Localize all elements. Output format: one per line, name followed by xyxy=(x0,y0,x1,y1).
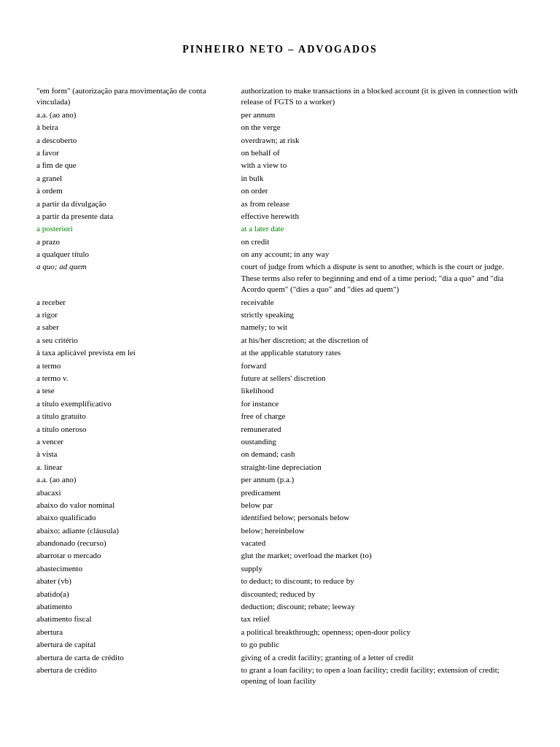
english-translation: oustanding xyxy=(241,436,524,448)
english-translation: a political breakthrough; openness; open… xyxy=(241,626,524,638)
portuguese-term: a favor xyxy=(36,147,241,159)
glossary-row: abaixo; adiante (cláusula)below; hereinb… xyxy=(36,525,524,537)
portuguese-term: abertura de crédito xyxy=(36,664,241,688)
english-translation: effective herewith xyxy=(241,210,524,222)
english-translation: per annum xyxy=(241,109,524,121)
english-translation: on order xyxy=(241,185,524,197)
glossary-row: a fim de quewith a view to xyxy=(36,159,524,171)
english-translation: receivable xyxy=(241,296,524,309)
english-translation: predicament xyxy=(241,487,524,499)
glossary-row: a. linearstraight-line depreciation xyxy=(36,461,524,473)
portuguese-term: a tese xyxy=(36,384,241,397)
english-translation: strictly speaking xyxy=(241,309,524,321)
glossary-row: a qualquer títuloon any account; in any … xyxy=(36,248,524,260)
glossary-row: a sabernamely; to wit xyxy=(36,321,524,333)
english-translation: deduction; discount; rebate; leeway xyxy=(241,600,524,613)
english-translation: to deduct; to discount; to reduce by xyxy=(241,575,524,587)
portuguese-term: abaixo; adiante (cláusula) xyxy=(36,525,241,537)
glossary-row: a descobertooverdrawn; at risk xyxy=(36,134,524,147)
glossary-row: abertura de capitalto go public xyxy=(36,638,524,651)
english-translation: court of judge from which a dispute is s… xyxy=(241,260,524,295)
glossary-row: a seu critérioat his/her discretion; at … xyxy=(36,334,524,347)
glossary-row: abandonado (recurso)vacated xyxy=(36,537,524,549)
portuguese-term: abacaxi xyxy=(36,487,241,499)
english-translation: glut the market; overload the market (to… xyxy=(241,549,524,562)
portuguese-term: abaixo do valor nominal xyxy=(36,499,241,511)
glossary-row: à taxa aplicável prevista em leiat the a… xyxy=(36,347,524,359)
english-translation: with a view to xyxy=(241,159,524,171)
portuguese-term: a posteriori xyxy=(36,222,241,235)
portuguese-term: "em form" (autorização para movimentação… xyxy=(36,85,241,109)
glossary-row: a receberreceivable xyxy=(36,296,524,309)
glossary-row: abertura de créditoto grant a loan facil… xyxy=(36,664,524,688)
portuguese-term: a termo xyxy=(36,360,241,372)
portuguese-term: abertura de carta de crédito xyxy=(36,651,241,664)
portuguese-term: a saber xyxy=(36,321,241,333)
glossary-row: a granelin bulk xyxy=(36,172,524,185)
english-translation: free of charge xyxy=(241,410,524,422)
english-translation: on the verge xyxy=(241,121,524,133)
english-translation: discounted; reduced by xyxy=(241,588,524,600)
english-translation: supply xyxy=(241,562,524,575)
portuguese-term: abater (vb) xyxy=(36,575,241,587)
portuguese-term: abatimento fiscal xyxy=(36,613,241,625)
glossary-row: a quo; ad quemcourt of judge from which … xyxy=(36,260,524,295)
page-title: PINHEIRO NETO – ADVOGADOS xyxy=(36,44,524,55)
portuguese-term: a partir da presente data xyxy=(36,210,241,222)
portuguese-term: abertura de capital xyxy=(36,638,241,651)
portuguese-term: a.a. (ao ano) xyxy=(36,109,241,121)
english-translation: on behalf of xyxy=(241,147,524,159)
english-translation: at his/her discretion; at the discretion… xyxy=(241,334,524,347)
portuguese-term: a.a. (ao ano) xyxy=(36,473,241,486)
portuguese-term: à taxa aplicável prevista em lei xyxy=(36,347,241,359)
portuguese-term: a título exemplificativo xyxy=(36,398,241,410)
glossary-row: a título exemplificativofor instance xyxy=(36,398,524,410)
portuguese-term: a receber xyxy=(36,296,241,309)
portuguese-term: a rigor xyxy=(36,309,241,321)
glossary-row: a.a. (ao ano)per annum (p.a.) xyxy=(36,473,524,486)
english-translation: as from release xyxy=(241,198,524,210)
english-translation: tax relief xyxy=(241,613,524,625)
glossary-row: a termo v.future at sellers' discretion xyxy=(36,372,524,384)
portuguese-term: a. linear xyxy=(36,461,241,473)
portuguese-term: a prazo xyxy=(36,236,241,248)
english-translation: at the applicable statutory rates xyxy=(241,347,524,359)
portuguese-term: à beira xyxy=(36,121,241,133)
portuguese-term: abertura xyxy=(36,626,241,638)
glossary-row: a partir da presente dataeffective herew… xyxy=(36,210,524,222)
glossary-row: abertura de carta de créditogiving of a … xyxy=(36,651,524,664)
glossary-row: abatimentodeduction; discount; rebate; l… xyxy=(36,600,524,613)
english-translation: for instance xyxy=(241,398,524,410)
portuguese-term: abaixo qualificado xyxy=(36,511,241,524)
portuguese-term: a termo v. xyxy=(36,372,241,384)
english-translation: per annum (p.a.) xyxy=(241,473,524,486)
portuguese-term: abarrotar o mercado xyxy=(36,549,241,562)
english-translation: giving of a credit facility; granting of… xyxy=(241,651,524,664)
english-translation: namely; to wit xyxy=(241,321,524,333)
glossary-row: a partir da divulgaçãoas from release xyxy=(36,198,524,210)
english-translation: vacated xyxy=(241,537,524,549)
glossary-row: a título gratuitofree of charge xyxy=(36,410,524,422)
english-translation: forward xyxy=(241,360,524,372)
glossary-row: abater (vb)to deduct; to discount; to re… xyxy=(36,575,524,587)
english-translation: below par xyxy=(241,499,524,511)
portuguese-term: a seu critério xyxy=(36,334,241,347)
glossary-row: abatimento fiscaltax relief xyxy=(36,613,524,625)
glossary-row: a teselikelihood xyxy=(36,384,524,397)
english-translation: on demand; cash xyxy=(241,448,524,460)
portuguese-term: a título gratuito xyxy=(36,410,241,422)
glossary-row: abarrotar o mercadoglut the market; over… xyxy=(36,549,524,562)
glossary-row: a título onerosoremunerated xyxy=(36,423,524,436)
portuguese-term: a vencer xyxy=(36,436,241,448)
english-translation: on credit xyxy=(241,236,524,248)
portuguese-term: abatido(a) xyxy=(36,588,241,600)
english-translation: future at sellers' discretion xyxy=(241,372,524,384)
portuguese-term: a partir da divulgação xyxy=(36,198,241,210)
glossary-row: à ordemon order xyxy=(36,185,524,197)
portuguese-term: a fim de que xyxy=(36,159,241,171)
portuguese-term: à ordem xyxy=(36,185,241,197)
glossary-row: abaixo qualificadoidentified below; pers… xyxy=(36,511,524,524)
portuguese-term: abatimento xyxy=(36,600,241,613)
portuguese-term: a granel xyxy=(36,172,241,185)
english-translation: to go public xyxy=(241,638,524,651)
